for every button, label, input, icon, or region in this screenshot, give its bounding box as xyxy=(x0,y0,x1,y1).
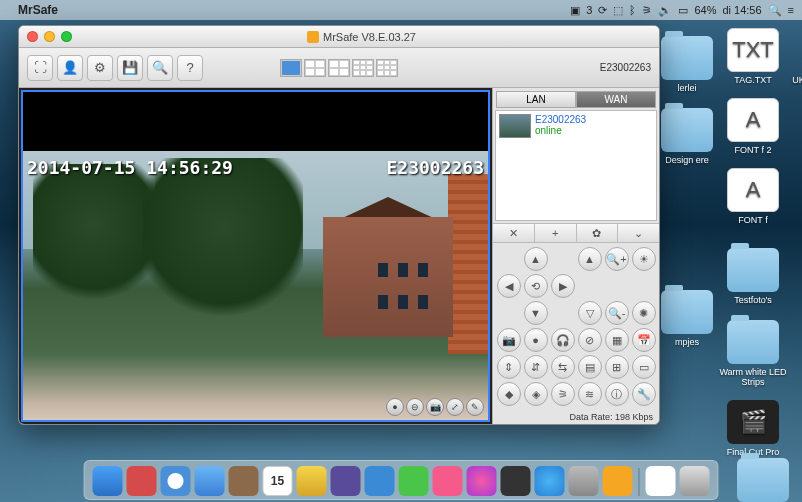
folder-extra[interactable]: Extra xyxy=(788,320,802,377)
dock-mail[interactable] xyxy=(195,466,225,496)
zoom-out-button[interactable]: 🔍- xyxy=(605,301,629,325)
camera-feed[interactable]: 2014-07-15 14:56:29 E23002263 ● ⊖ 📷 ⤢ ✎ xyxy=(21,90,490,422)
layout-9-button[interactable] xyxy=(352,59,374,77)
dock-facetime[interactable] xyxy=(399,466,429,496)
dock-messages[interactable] xyxy=(365,466,395,496)
layout-6-button[interactable] xyxy=(328,59,350,77)
focus-near-button[interactable]: ✺ xyxy=(632,301,656,325)
folder-testfotos[interactable]: Testfoto's xyxy=(718,248,788,305)
minimize-button[interactable] xyxy=(44,31,55,42)
dropbox-icon[interactable]: ⬚ xyxy=(613,4,623,17)
dock-reminders[interactable] xyxy=(331,466,361,496)
file-fontf[interactable]: AFONT f xyxy=(718,168,788,225)
folder-warm-led[interactable]: Warm white LED Strips xyxy=(718,320,788,387)
app-blender[interactable]: bblender xyxy=(788,178,802,235)
dock-photobooth[interactable] xyxy=(433,466,463,496)
info-button[interactable]: ⓘ xyxy=(605,382,629,406)
device-list[interactable]: E23002263 online xyxy=(495,110,657,221)
volume-icon[interactable]: 🔊 xyxy=(658,4,672,17)
mirror2-button[interactable]: ◈ xyxy=(524,382,548,406)
dock-finder[interactable] xyxy=(93,466,123,496)
iris-open-button[interactable]: ▲ xyxy=(578,247,602,271)
folder-screenshots[interactable]: Screenshots Outdo...Camera xyxy=(718,458,802,502)
flip-v-button[interactable]: ⇕ xyxy=(497,355,521,379)
ptz-down-button[interactable]: ▼ xyxy=(524,301,548,325)
mirror-button[interactable]: ◆ xyxy=(497,382,521,406)
folder-design[interactable]: Design ere xyxy=(652,108,722,165)
wifi-icon[interactable]: ⚞ xyxy=(642,4,652,17)
ptz-up-button[interactable]: ▲ xyxy=(524,247,548,271)
ptz-right-button[interactable]: ▶ xyxy=(551,274,575,298)
layout-1-button[interactable] xyxy=(280,59,302,77)
zoom-in-button[interactable]: 🔍+ xyxy=(605,247,629,271)
schedule-button[interactable]: ▦ xyxy=(605,328,629,352)
app-final-cut-pro[interactable]: 🎬Final Cut Pro xyxy=(718,400,788,457)
video-edit-button[interactable]: ✎ xyxy=(466,398,484,416)
calendar-button[interactable]: 📅 xyxy=(632,328,656,352)
focus-far-button[interactable]: ☀ xyxy=(632,247,656,271)
dock-appstore[interactable] xyxy=(535,466,565,496)
record-button[interactable]: ● xyxy=(524,328,548,352)
sync-icon[interactable]: ⟳ xyxy=(598,4,607,17)
grid-button[interactable]: ⊞ xyxy=(605,355,629,379)
add-device-button[interactable]: + xyxy=(535,224,577,242)
tab-wan[interactable]: WAN xyxy=(576,91,656,108)
tab-lan[interactable]: LAN xyxy=(496,91,576,108)
flip-h-button[interactable]: ⇵ xyxy=(524,355,548,379)
signal-button[interactable]: ≋ xyxy=(578,382,602,406)
layout-4-button[interactable] xyxy=(304,59,326,77)
folder-dashcam[interactable]: Dashcam xyxy=(788,248,802,305)
dock-itunes[interactable] xyxy=(467,466,497,496)
audio-button[interactable]: 🎧 xyxy=(551,328,575,352)
layout-16-button[interactable] xyxy=(376,59,398,77)
settings-button[interactable]: ⚙ xyxy=(87,55,113,81)
menubar-clock[interactable]: di 14:56 xyxy=(722,4,761,16)
iris-close-button[interactable]: ▽ xyxy=(578,301,602,325)
ptz-home-button[interactable]: ⟲ xyxy=(524,274,548,298)
dock-ibooks[interactable] xyxy=(501,466,531,496)
notifications-icon[interactable]: ≡ xyxy=(788,4,794,16)
video-snap-button[interactable]: 📷 xyxy=(426,398,444,416)
wifi-button[interactable]: ⚞ xyxy=(551,382,575,406)
dock-trash[interactable] xyxy=(680,466,710,496)
dock-contacts[interactable] xyxy=(229,466,259,496)
spotlight-icon[interactable]: 🔍 xyxy=(768,4,782,17)
dock-mrsafe[interactable] xyxy=(603,466,633,496)
search-button[interactable]: 🔍 xyxy=(147,55,173,81)
tools-button[interactable]: 🔧 xyxy=(632,382,656,406)
folder-mpjes[interactable]: mpjes xyxy=(652,290,722,347)
file-font2[interactable]: AFONT f 2 xyxy=(718,98,788,155)
alarm-button[interactable]: ⊘ xyxy=(578,328,602,352)
ptz-left-button[interactable]: ◀ xyxy=(497,274,521,298)
close-button[interactable] xyxy=(27,31,38,42)
zoom-button[interactable] xyxy=(61,31,72,42)
file-tag-txt[interactable]: TXTTAG.TXT xyxy=(718,28,788,85)
window-titlebar[interactable]: MrSafe V8.E.03.27 xyxy=(19,26,659,48)
fullscreen-button[interactable]: ⛶ xyxy=(27,55,53,81)
dock-calendar[interactable] xyxy=(263,466,293,496)
preset-button[interactable]: ▤ xyxy=(578,355,602,379)
adobe-icon[interactable]: ▣ xyxy=(570,4,580,17)
dock-document[interactable] xyxy=(646,466,676,496)
dock-notes[interactable] xyxy=(297,466,327,496)
menubar-app-name[interactable]: MrSafe xyxy=(18,3,58,17)
dock-preferences[interactable] xyxy=(569,466,599,496)
device-settings-button[interactable]: ✿ xyxy=(577,224,619,242)
video-expand-button[interactable]: ⤢ xyxy=(446,398,464,416)
battery-icon[interactable]: ▭ xyxy=(678,4,688,17)
help-button[interactable]: ? xyxy=(177,55,203,81)
file-uki-disc[interactable]: 💿UKI_DISC_2.dmg xyxy=(788,28,802,85)
device-expand-button[interactable]: ⌄ xyxy=(618,224,659,242)
remove-device-button[interactable]: ✕ xyxy=(493,224,535,242)
sd-button[interactable]: ▭ xyxy=(632,355,656,379)
snapshot-button[interactable]: 📷 xyxy=(497,328,521,352)
patrol-h-button[interactable]: ⇆ xyxy=(551,355,575,379)
device-list-item[interactable]: E23002263 online xyxy=(496,111,656,141)
video-rec-button[interactable]: ● xyxy=(386,398,404,416)
save-button[interactable]: 💾 xyxy=(117,55,143,81)
bluetooth-icon[interactable]: ᛒ xyxy=(629,4,636,16)
dock-launchpad[interactable] xyxy=(127,466,157,496)
user-button[interactable]: 👤 xyxy=(57,55,83,81)
dock-safari[interactable] xyxy=(161,466,191,496)
folder-lerlei[interactable]: lerlei xyxy=(652,36,722,93)
